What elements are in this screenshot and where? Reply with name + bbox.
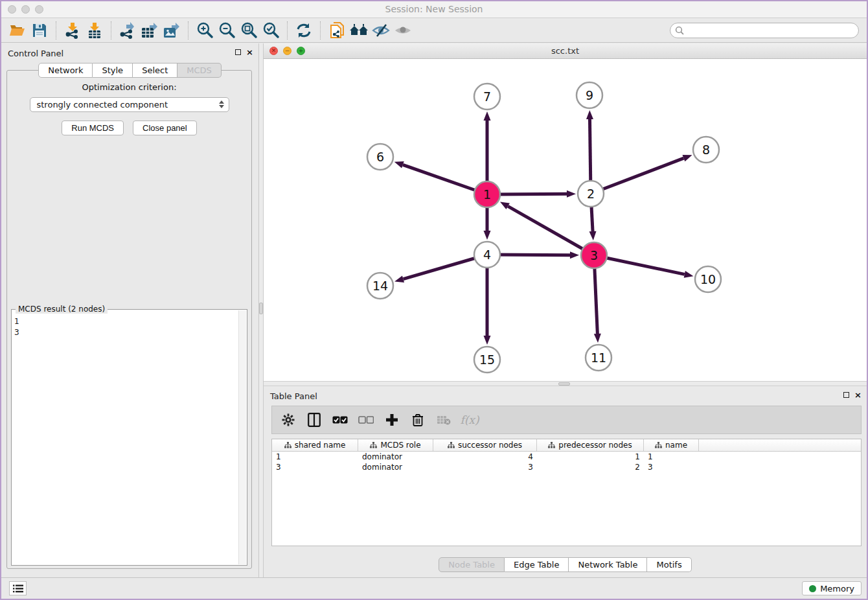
export-table-icon[interactable] <box>139 20 161 41</box>
select-all-rows-icon[interactable] <box>330 410 350 430</box>
export-network-icon[interactable] <box>117 20 139 41</box>
table-cell[interactable]: 3 <box>644 462 699 472</box>
column-header-successor-nodes[interactable]: successor nodes <box>433 439 537 451</box>
table-settings-icon[interactable] <box>279 410 298 430</box>
zoom-fit-icon[interactable] <box>238 20 260 41</box>
mcds-result-item[interactable]: 3 <box>14 327 238 338</box>
table-tab-network-table[interactable]: Network Table <box>569 557 647 572</box>
edge-arrow-4-14 <box>394 275 404 283</box>
edge-3-10[interactable] <box>594 255 685 274</box>
network-canvas[interactable]: 1234678910111415 <box>264 59 867 381</box>
edge-arrow-2-9 <box>586 110 593 119</box>
mcds-result-item[interactable]: 1 <box>14 316 238 327</box>
column-namespace-icon <box>548 442 555 448</box>
graph-node-8[interactable]: 8 <box>693 137 719 163</box>
column-header-shared-name[interactable]: shared name <box>272 439 358 451</box>
column-header-name[interactable]: name <box>644 439 699 451</box>
graph-node-3[interactable]: 3 <box>581 242 607 268</box>
horizontal-splitter-grip[interactable] <box>558 382 570 386</box>
network-view-titlebar[interactable]: ✕ − + scc.txt <box>264 43 867 59</box>
graph-node-6[interactable]: 6 <box>367 144 393 170</box>
import-network-icon[interactable] <box>62 20 84 41</box>
graph-node-4[interactable]: 4 <box>474 242 500 268</box>
edge-arrow-1-4 <box>484 231 491 240</box>
edge-3-1[interactable] <box>508 206 594 255</box>
table-row[interactable]: 1dominator411 <box>272 452 861 462</box>
deselect-all-rows-icon[interactable] <box>356 410 376 430</box>
graph-node-7[interactable]: 7 <box>474 84 500 110</box>
tab-mcds[interactable]: MCDS <box>177 63 222 78</box>
function-builder-icon[interactable]: f(x) <box>460 410 479 430</box>
task-history-button[interactable] <box>9 581 27 595</box>
memory-button[interactable]: Memory <box>802 581 862 595</box>
column-chooser-icon[interactable] <box>304 410 324 430</box>
graph-node-14[interactable]: 14 <box>367 273 393 299</box>
tab-network[interactable]: Network <box>38 63 93 78</box>
table-tab-motifs[interactable]: Motifs <box>647 557 691 572</box>
control-panel-title: Control Panel <box>8 49 63 58</box>
zoom-out-icon[interactable] <box>216 20 238 41</box>
show-all-icon[interactable] <box>392 20 414 41</box>
hide-selected-icon[interactable] <box>370 20 392 41</box>
graph-node-1[interactable]: 1 <box>474 181 500 207</box>
vertical-splitter[interactable] <box>258 43 264 577</box>
column-header-mcds-role[interactable]: MCDS role <box>358 439 433 451</box>
table-tab-node-table[interactable]: Node Table <box>439 557 505 572</box>
mcds-result-scrollbar[interactable] <box>238 310 246 564</box>
apply-layout-icon[interactable] <box>293 20 315 41</box>
delete-table-icon[interactable] <box>434 410 453 430</box>
close-panel-button[interactable]: Close panel <box>133 121 197 135</box>
svg-text:6: 6 <box>376 150 384 164</box>
graph-node-11[interactable]: 11 <box>586 345 611 371</box>
open-session-icon[interactable] <box>6 20 29 41</box>
add-column-icon[interactable] <box>382 410 402 430</box>
import-table-icon[interactable] <box>84 20 106 41</box>
mcds-result-list[interactable]: 13 <box>14 316 238 564</box>
save-session-icon[interactable] <box>29 20 51 41</box>
table-panel-float-icon[interactable] <box>843 392 849 398</box>
graph-node-2[interactable]: 2 <box>578 181 604 207</box>
table-cell[interactable]: 1 <box>272 452 358 462</box>
horizontal-splitter[interactable] <box>264 381 867 386</box>
mcds-result-box: MCDS result (2 nodes) 13 <box>11 309 247 566</box>
graph-node-9[interactable]: 9 <box>577 82 602 108</box>
zoom-selected-icon[interactable] <box>260 20 282 41</box>
new-network-from-selection-icon[interactable] <box>326 20 348 41</box>
edge-2-8[interactable] <box>591 158 683 194</box>
delete-column-icon[interactable] <box>408 410 428 430</box>
run-mcds-button[interactable]: Run MCDS <box>62 121 124 135</box>
export-image-icon[interactable] <box>161 20 183 41</box>
table-cell[interactable]: dominator <box>358 462 433 472</box>
column-namespace-icon <box>448 442 455 448</box>
table-panel-close-icon[interactable]: × <box>854 391 862 399</box>
table-panel: Table Panel × <box>264 386 867 577</box>
optimization-criterion-select[interactable]: strongly connected component <box>30 97 229 112</box>
column-namespace-icon <box>655 442 662 448</box>
table-cell[interactable]: 3 <box>433 462 537 472</box>
zoom-in-icon[interactable] <box>194 20 216 41</box>
network-view-title: scc.txt <box>264 46 867 56</box>
table-toolbar: f(x) <box>271 406 862 434</box>
window-titlebar: Session: New Session <box>1 1 867 18</box>
table-cell[interactable]: 3 <box>272 462 358 472</box>
control-panel-close-icon[interactable]: × <box>246 48 253 56</box>
table-cell[interactable]: dominator <box>358 452 433 462</box>
search-input[interactable] <box>670 23 859 38</box>
table-cell[interactable]: 1 <box>537 452 644 462</box>
graph-node-15[interactable]: 15 <box>474 347 500 373</box>
graph-node-10[interactable]: 10 <box>695 266 721 292</box>
table-cell[interactable]: 4 <box>433 452 537 462</box>
first-neighbors-icon[interactable] <box>348 20 370 41</box>
edge-arrow-2-3 <box>589 231 597 240</box>
table-row[interactable]: 3dominator323 <box>272 462 861 472</box>
column-header-predecessor-nodes[interactable]: predecessor nodes <box>537 439 644 451</box>
table-tab-edge-table[interactable]: Edge Table <box>505 557 569 572</box>
tab-style[interactable]: Style <box>93 63 133 78</box>
edge-arrow-3-11 <box>594 334 601 343</box>
table-cell[interactable]: 2 <box>537 462 644 472</box>
status-bar: Memory <box>1 577 867 599</box>
vertical-splitter-grip[interactable] <box>259 303 263 314</box>
table-cell[interactable]: 1 <box>644 452 699 462</box>
control-panel-float-icon[interactable] <box>235 49 241 55</box>
tab-select[interactable]: Select <box>133 63 177 78</box>
